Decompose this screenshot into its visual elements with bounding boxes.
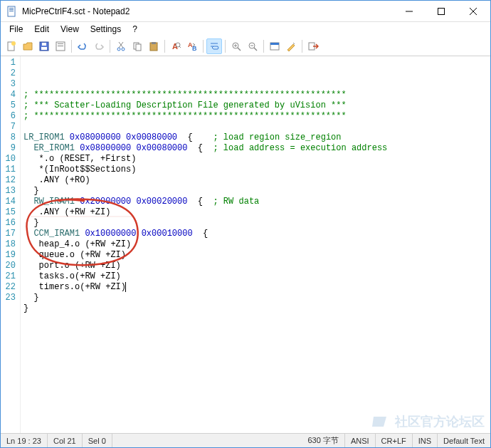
status-scheme[interactable]: Default Text (438, 434, 490, 447)
new-file-icon[interactable] (4, 38, 19, 54)
menu-edit[interactable]: Edit (28, 23, 55, 36)
replace-icon[interactable]: AB (184, 38, 200, 54)
open-file-icon[interactable] (20, 38, 36, 54)
svg-rect-14 (58, 43, 63, 44)
line-number: 18 (2, 239, 16, 250)
code-line[interactable]: *.o (RESET, +First) (23, 154, 487, 165)
toolbar-separator (225, 40, 226, 53)
st-logo-icon (371, 414, 391, 429)
watermark-main: 社区官方论坛区 (395, 413, 485, 430)
code-line[interactable]: } (23, 218, 487, 229)
statusbar: Ln 19 : 23 Col 21 Sel 0 630 字节 ANSI CR+L… (1, 433, 490, 447)
line-number: 16 (2, 218, 16, 229)
code-line[interactable]: LR_IROM1 0x08000000 0x00080000 { ; load … (23, 132, 487, 143)
code-line[interactable]: .ANY (+RW +ZI) (23, 207, 487, 218)
status-line-pos[interactable]: Ln 19 : 23 (1, 434, 48, 447)
word-wrap-icon[interactable] (206, 38, 222, 54)
svg-rect-12 (42, 43, 46, 46)
line-number: 15 (2, 207, 16, 218)
line-number: 8 (2, 132, 16, 143)
paste-icon[interactable] (146, 38, 162, 54)
copy-icon[interactable] (130, 38, 145, 54)
code-line[interactable]: heap_4.o (+RW +ZI) (23, 239, 487, 250)
editor[interactable]: 1234567891011121314151617181920212223 ; … (1, 56, 490, 434)
line-number: 14 (2, 197, 16, 207)
code-area[interactable]: ; **************************************… (21, 56, 490, 434)
code-line[interactable]: ; **************************************… (23, 90, 487, 100)
customize-icon[interactable] (283, 38, 299, 54)
line-number-gutter: 1234567891011121314151617181920212223 (1, 56, 21, 434)
close-button[interactable] (457, 1, 489, 21)
code-line[interactable]: .ANY (+RO) (23, 175, 487, 186)
code-line[interactable]: tasks.o(+RW +ZI) (23, 271, 487, 282)
window-title: MicPreCtrlF4.sct - Notepad2 (22, 6, 393, 16)
code-line[interactable] (23, 314, 487, 325)
menu-settings[interactable]: Settings (85, 23, 127, 36)
code-line[interactable]: } (23, 186, 487, 197)
status-sel[interactable]: Sel 0 (83, 434, 112, 447)
code-line[interactable]: RW_IRAM1 0x20000000 0x00020000 { ; RW da… (23, 197, 487, 207)
code-line[interactable]: } (23, 293, 487, 303)
menu-help[interactable]: ? (127, 23, 143, 36)
cut-icon[interactable] (113, 38, 129, 54)
find-icon[interactable]: A (168, 38, 184, 54)
line-number: 17 (2, 229, 16, 239)
line-number: 13 (2, 186, 16, 197)
minimize-button[interactable] (393, 1, 425, 21)
toolbar-separator (203, 40, 204, 53)
toolbar-separator (110, 40, 110, 53)
window-controls (393, 1, 489, 21)
svg-rect-5 (438, 8, 444, 14)
status-size: 630 字节 (302, 434, 345, 447)
line-number: 10 (2, 154, 16, 165)
svg-point-9 (11, 41, 16, 46)
zoom-out-icon[interactable] (245, 38, 260, 54)
code-line[interactable]: ER_IROM1 0x08000000 0x00080000 { ; load … (23, 143, 487, 154)
svg-rect-39 (270, 43, 279, 45)
code-line[interactable]: } (23, 303, 487, 314)
save-icon[interactable] (36, 38, 52, 54)
undo-icon[interactable] (75, 38, 90, 54)
browse-icon[interactable] (53, 38, 68, 54)
code-line[interactable]: CCM_IRAM1 0x10000000 0x00010000 { (23, 229, 487, 239)
exit-icon[interactable] (305, 38, 321, 54)
menu-file[interactable]: File (4, 23, 28, 36)
menubar: File Edit View Settings ? (1, 22, 490, 36)
redo-icon[interactable] (91, 38, 107, 54)
code-line[interactable] (23, 122, 487, 132)
scheme-icon[interactable] (267, 38, 283, 54)
code-line[interactable] (23, 325, 487, 335)
line-number: 20 (2, 261, 16, 271)
toolbar-separator (71, 40, 72, 53)
line-number: 23 (2, 293, 16, 303)
code-line[interactable]: port.o (+RW +ZI) (23, 261, 487, 271)
status-encoding[interactable]: ANSI (345, 434, 376, 447)
status-col[interactable]: Col 21 (48, 434, 83, 447)
svg-line-26 (179, 46, 181, 48)
menu-view[interactable]: View (55, 23, 85, 36)
line-number: 6 (2, 111, 16, 122)
line-number: 22 (2, 282, 16, 293)
code-line[interactable]: *(InRoot$$Sections) (23, 165, 487, 175)
code-line[interactable]: timers.o(+RW +ZI) (23, 282, 487, 293)
line-number: 2 (2, 68, 16, 79)
watermark-brand: 社区官方论坛区 (371, 413, 485, 430)
line-number: 7 (2, 122, 16, 132)
line-number: 9 (2, 143, 16, 154)
svg-line-36 (254, 48, 257, 51)
code-line[interactable]: ; *** Scatter-Loading Description File g… (23, 100, 487, 111)
svg-line-32 (238, 48, 241, 51)
titlebar: MicPreCtrlF4.sct - Notepad2 (1, 1, 490, 22)
svg-point-16 (117, 48, 120, 51)
line-number: 21 (2, 271, 16, 282)
status-ovr[interactable]: INS (413, 434, 438, 447)
status-eol[interactable]: CR+LF (376, 434, 413, 447)
toolbar-separator (302, 40, 302, 53)
toolbar: A AB (1, 36, 490, 56)
app-icon (6, 6, 18, 17)
code-line[interactable]: ; **************************************… (23, 111, 487, 122)
maximize-button[interactable] (425, 1, 457, 21)
code-line[interactable]: queue.o (+RW +ZI) (23, 250, 487, 261)
svg-rect-21 (136, 44, 141, 51)
zoom-in-icon[interactable] (228, 38, 244, 54)
